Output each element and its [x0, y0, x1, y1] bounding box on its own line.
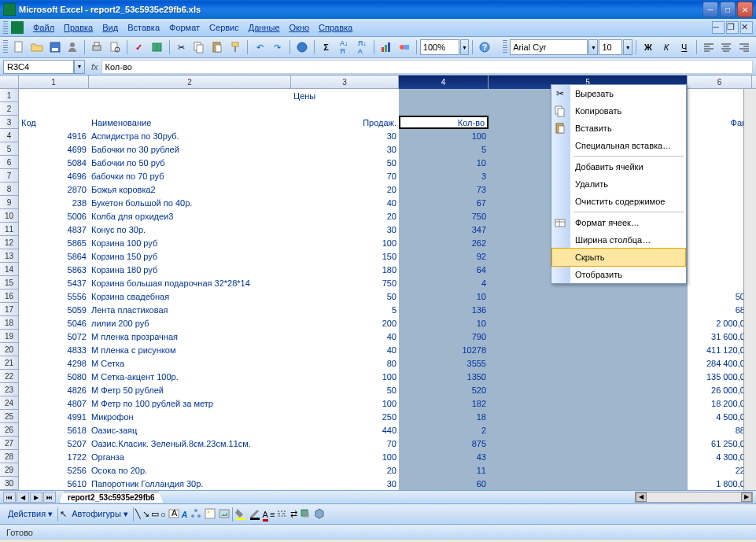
cell[interactable]: [489, 463, 688, 477]
cell[interactable]: Факт: [688, 116, 752, 129]
row-header[interactable]: 25: [0, 410, 19, 423]
font-size-input[interactable]: 10: [599, 39, 622, 55]
picture-button[interactable]: [218, 507, 230, 522]
cell[interactable]: 18: [399, 410, 489, 423]
menu-tools[interactable]: Сервис: [205, 20, 244, 35]
drawing-button[interactable]: [396, 39, 413, 56]
menu-data[interactable]: Данные: [244, 20, 285, 35]
cell[interactable]: 5256: [19, 463, 89, 477]
select-objects-button[interactable]: ↖: [60, 509, 67, 519]
row-header[interactable]: 10: [0, 209, 19, 223]
ctx-delete[interactable]: Удалить: [551, 175, 686, 193]
diagram-button[interactable]: [190, 507, 202, 522]
cell[interactable]: 5437: [19, 276, 89, 289]
cell[interactable]: [688, 142, 752, 156]
cell[interactable]: [688, 169, 752, 183]
cell[interactable]: 4: [399, 276, 489, 289]
cell[interactable]: 5084: [19, 156, 89, 169]
arrow-style-button[interactable]: ⇄: [290, 509, 297, 519]
fill-color-button[interactable]: [234, 507, 247, 522]
name-dropdown[interactable]: ▼: [74, 60, 85, 74]
col-header-3[interactable]: 3: [291, 76, 399, 89]
menu-window[interactable]: Окно: [285, 20, 315, 35]
col-header-4[interactable]: 4: [399, 76, 489, 89]
row-header[interactable]: 20: [0, 343, 19, 356]
spelling-button[interactable]: ✓: [131, 39, 148, 56]
row-header[interactable]: 9: [0, 196, 19, 209]
col-header-6[interactable]: 6: [688, 76, 752, 89]
cell[interactable]: 200: [291, 316, 399, 330]
cell[interactable]: Бабочки по 50 руб: [89, 156, 291, 169]
cell[interactable]: 50: [291, 289, 399, 303]
cell[interactable]: 43: [399, 450, 489, 463]
cell[interactable]: 80: [291, 356, 399, 370]
new-button[interactable]: [10, 39, 28, 56]
cell[interactable]: 4298: [19, 356, 89, 370]
oval-button[interactable]: ○: [160, 510, 166, 519]
cell[interactable]: бабочки по 70 руб: [89, 169, 291, 183]
vertical-scrollbar[interactable]: [743, 89, 756, 490]
textbox-button[interactable]: A: [168, 507, 180, 522]
sort-asc-button[interactable]: А↓Я: [335, 39, 352, 56]
cell[interactable]: 5863: [19, 263, 89, 276]
permissions-button[interactable]: [64, 39, 81, 56]
ctx-col-width[interactable]: Ширина столбца…: [551, 231, 686, 249]
select-all-corner[interactable]: [0, 76, 19, 89]
cell[interactable]: 30: [291, 223, 399, 236]
cell[interactable]: 5059: [19, 303, 89, 316]
cell[interactable]: 26 000,00: [688, 383, 752, 396]
menu-format[interactable]: Формат: [164, 20, 205, 35]
ctx-format-cells[interactable]: Формат ячеек…: [551, 214, 686, 231]
cell[interactable]: Код: [19, 116, 89, 129]
cell[interactable]: Оазис-заяц: [89, 423, 291, 437]
cell[interactable]: Кол-во: [399, 116, 489, 129]
cell[interactable]: 2870: [19, 183, 89, 196]
cell[interactable]: 5618: [19, 423, 89, 437]
font-color-button[interactable]: A: [263, 510, 268, 519]
ctx-paste-special[interactable]: Специальная вставка…: [551, 137, 686, 154]
cell[interactable]: [19, 102, 89, 116]
row-header[interactable]: 14: [0, 263, 19, 276]
arrow-button[interactable]: ↘: [142, 509, 149, 519]
size-dropdown[interactable]: ▼: [623, 39, 632, 55]
cell[interactable]: 40: [291, 196, 399, 209]
row-header[interactable]: 6: [0, 156, 19, 169]
ctx-cut[interactable]: ✂Вырезать: [551, 85, 686, 102]
cell[interactable]: [489, 383, 688, 396]
cell[interactable]: 11: [399, 463, 489, 477]
cell[interactable]: [489, 316, 688, 330]
cell[interactable]: 136: [399, 303, 489, 316]
cell[interactable]: 4826: [19, 383, 89, 396]
row-header[interactable]: 29: [0, 463, 19, 477]
cell[interactable]: М пленка прозрачная: [89, 330, 291, 343]
cell[interactable]: 50: [291, 156, 399, 169]
cell[interactable]: Лента пластиковая: [89, 303, 291, 316]
line-button[interactable]: ╲: [135, 509, 141, 519]
hyperlink-button[interactable]: [293, 39, 311, 56]
row-header[interactable]: 21: [0, 356, 19, 370]
clipart-button[interactable]: [204, 507, 216, 522]
cell[interactable]: 4837: [19, 223, 89, 236]
cell[interactable]: [489, 423, 688, 437]
tab-prev-button[interactable]: ◀: [17, 492, 29, 503]
cell[interactable]: Оазис.Класик. Зеленый.8см.23см.11см.: [89, 437, 291, 450]
print-preview-button[interactable]: [106, 39, 124, 56]
font-name-input[interactable]: Arial Cyr: [510, 39, 588, 55]
research-button[interactable]: [149, 39, 166, 56]
row-header[interactable]: 15: [0, 276, 19, 289]
cell[interactable]: 2 000,00: [688, 316, 752, 330]
cell[interactable]: 284 400,00: [688, 356, 752, 370]
cell[interactable]: 1350: [399, 370, 489, 383]
cell[interactable]: Органза: [89, 450, 291, 463]
row-header[interactable]: 27: [0, 437, 19, 450]
cell[interactable]: [688, 223, 752, 236]
cell[interactable]: 5046: [19, 316, 89, 330]
cell[interactable]: 520: [399, 383, 489, 396]
menu-edit[interactable]: Правка: [59, 20, 98, 35]
cell[interactable]: 5: [399, 142, 489, 156]
cell[interactable]: 73: [399, 183, 489, 196]
fx-icon[interactable]: fx: [91, 62, 98, 72]
cell[interactable]: [489, 330, 688, 343]
cell[interactable]: 100: [399, 129, 489, 142]
cell[interactable]: Корзина большая подарочная 32*28*14: [89, 276, 291, 289]
